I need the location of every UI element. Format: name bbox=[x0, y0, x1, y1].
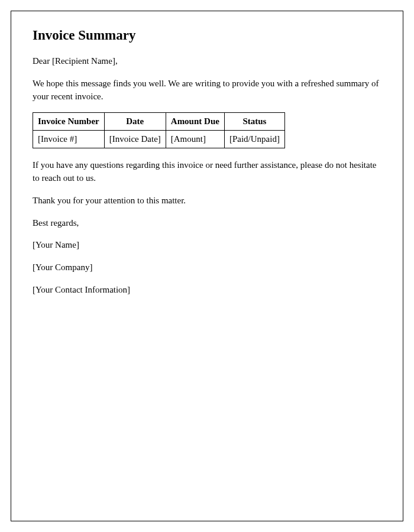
header-amount-due: Amount Due bbox=[166, 113, 224, 131]
sender-name: [Your Name] bbox=[33, 239, 381, 252]
cell-date: [Invoice Date] bbox=[104, 131, 166, 148]
cell-amount-due: [Amount] bbox=[166, 131, 224, 148]
thanks-paragraph: Thank you for your attention to this mat… bbox=[33, 194, 381, 207]
closing-line: Best regards, bbox=[33, 217, 381, 230]
table-row: [Invoice #] [Invoice Date] [Amount] [Pai… bbox=[33, 131, 285, 148]
page-title: Invoice Summary bbox=[33, 28, 381, 43]
cell-status: [Paid/Unpaid] bbox=[224, 131, 284, 148]
header-invoice-number: Invoice Number bbox=[33, 113, 105, 131]
sender-company: [Your Company] bbox=[33, 261, 381, 274]
assistance-paragraph: If you have any questions regarding this… bbox=[33, 159, 381, 185]
header-date: Date bbox=[104, 113, 166, 131]
intro-paragraph: We hope this message finds you well. We … bbox=[33, 77, 381, 103]
cell-invoice-number: [Invoice #] bbox=[33, 131, 105, 148]
document-page: Invoice Summary Dear [Recipient Name], W… bbox=[11, 11, 403, 521]
signoff-block: Best regards, [Your Name] [Your Company]… bbox=[33, 217, 381, 297]
greeting-line: Dear [Recipient Name], bbox=[33, 55, 381, 68]
invoice-table: Invoice Number Date Amount Due Status [I… bbox=[33, 112, 285, 148]
sender-contact: [Your Contact Information] bbox=[33, 284, 381, 297]
header-status: Status bbox=[224, 113, 284, 131]
table-header-row: Invoice Number Date Amount Due Status bbox=[33, 113, 285, 131]
